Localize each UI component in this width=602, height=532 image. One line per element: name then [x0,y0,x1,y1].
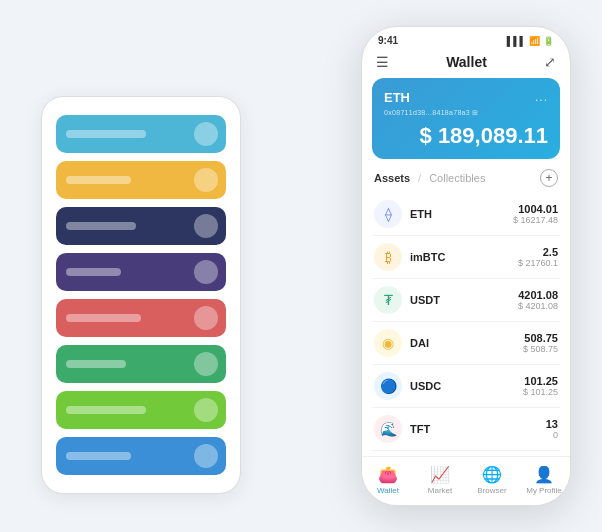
nav-icon-wallet: 👛 [378,465,398,484]
asset-icon-usdt: ₮ [374,286,402,314]
asset-row-eth[interactable]: ⟠ETH1004.01$ 16217.48 [372,193,560,236]
card-dot-1 [194,168,218,192]
asset-values-tft: 130 [546,418,558,440]
asset-row-usdt[interactable]: ₮USDT4201.08$ 4201.08 [372,279,560,322]
asset-icon-usdc: 🔵 [374,372,402,400]
nav-icon-browser: 🌐 [482,465,502,484]
phone-header: ☰ Wallet ⤢ [362,50,570,78]
asset-values-dai: 508.75$ 508.75 [523,332,558,354]
assets-header: Assets / Collectibles + [372,169,560,187]
asset-name-usdc: USDC [410,380,523,392]
asset-values-eth: 1004.01$ 16217.48 [513,203,558,225]
card-dot-7 [194,444,218,468]
asset-usd: $ 21760.1 [518,258,558,268]
card-dot-2 [194,214,218,238]
nav-item-my-profile[interactable]: 👤My Profile [518,465,570,495]
asset-name-tft: TFT [410,423,546,435]
asset-usd: $ 101.25 [523,387,558,397]
asset-list: ⟠ETH1004.01$ 16217.48₿imBTC2.5$ 21760.1₮… [372,193,560,451]
scene: 9:41 ▌▌▌ 📶 🔋 ☰ Wallet ⤢ ETH ... 0x08711d… [21,16,581,516]
bottom-nav: 👛Wallet📈Market🌐Browser👤My Profile [362,456,570,505]
asset-values-usdt: 4201.08$ 4201.08 [518,289,558,311]
card-item-4[interactable] [56,299,226,337]
asset-values-usdc: 101.25$ 101.25 [523,375,558,397]
phone-body: ETH ... 0x08711d38...8418a78a3 ⊞ $ 189,0… [362,78,570,456]
asset-amount: 1004.01 [513,203,558,215]
expand-icon[interactable]: ⤢ [544,54,556,70]
eth-card-address: 0x08711d38...8418a78a3 ⊞ [384,109,548,117]
card-item-0[interactable] [56,115,226,153]
asset-name-imbtc: imBTC [410,251,518,263]
asset-amount: 2.5 [518,246,558,258]
page-title: Wallet [446,54,487,70]
eth-address-copy-icon[interactable]: ⊞ [472,109,478,116]
nav-item-browser[interactable]: 🌐Browser [466,465,518,495]
assets-tabs: Assets / Collectibles [374,172,485,184]
asset-amount: 13 [546,418,558,430]
signal-icon: ▌▌▌ [507,36,526,46]
asset-usd: $ 4201.08 [518,301,558,311]
card-dot-6 [194,398,218,422]
card-line-7 [66,452,131,460]
assets-add-button[interactable]: + [540,169,558,187]
card-line-1 [66,176,131,184]
status-bar: 9:41 ▌▌▌ 📶 🔋 [362,27,570,50]
asset-icon-tft: 🌊 [374,415,402,443]
card-dot-5 [194,352,218,376]
nav-label-wallet: Wallet [377,486,399,495]
asset-icon-imbtc: ₿ [374,243,402,271]
asset-values-imbtc: 2.5$ 21760.1 [518,246,558,268]
card-item-5[interactable] [56,345,226,383]
eth-card-menu[interactable]: ... [535,90,548,104]
asset-icon-dai: ◉ [374,329,402,357]
card-line-2 [66,222,136,230]
nav-icon-market: 📈 [430,465,450,484]
assets-divider: / [418,172,421,184]
card-line-3 [66,268,121,276]
asset-row-imbtc[interactable]: ₿imBTC2.5$ 21760.1 [372,236,560,279]
card-item-3[interactable] [56,253,226,291]
card-item-2[interactable] [56,207,226,245]
nav-label-market: Market [428,486,452,495]
asset-amount: 4201.08 [518,289,558,301]
asset-name-dai: DAI [410,337,523,349]
card-dot-0 [194,122,218,146]
card-item-6[interactable] [56,391,226,429]
wifi-icon: 📶 [529,36,540,46]
card-line-4 [66,314,141,322]
asset-usd: $ 508.75 [523,344,558,354]
menu-icon[interactable]: ☰ [376,54,389,70]
battery-icon: 🔋 [543,36,554,46]
assets-tab-collectibles[interactable]: Collectibles [429,172,485,184]
asset-icon-eth: ⟠ [374,200,402,228]
asset-row-dai[interactable]: ◉DAI508.75$ 508.75 [372,322,560,365]
asset-amount: 508.75 [523,332,558,344]
asset-row-usdc[interactable]: 🔵USDC101.25$ 101.25 [372,365,560,408]
asset-usd: 0 [546,430,558,440]
asset-name-eth: ETH [410,208,513,220]
nav-label-my-profile: My Profile [526,486,562,495]
nav-label-browser: Browser [477,486,506,495]
assets-tab-active[interactable]: Assets [374,172,410,184]
card-line-0 [66,130,146,138]
nav-icon-my-profile: 👤 [534,465,554,484]
eth-card-top: ETH ... [384,90,548,105]
card-dot-3 [194,260,218,284]
asset-name-usdt: USDT [410,294,518,306]
card-line-5 [66,360,126,368]
card-item-7[interactable] [56,437,226,475]
asset-row-tft[interactable]: 🌊TFT130 [372,408,560,451]
nav-item-wallet[interactable]: 👛Wallet [362,465,414,495]
asset-usd: $ 16217.48 [513,215,558,225]
card-item-1[interactable] [56,161,226,199]
status-time: 9:41 [378,35,398,46]
card-stack [41,96,241,494]
card-line-6 [66,406,146,414]
phone-mockup: 9:41 ▌▌▌ 📶 🔋 ☰ Wallet ⤢ ETH ... 0x08711d… [361,26,571,506]
eth-card[interactable]: ETH ... 0x08711d38...8418a78a3 ⊞ $ 189,0… [372,78,560,159]
asset-amount: 101.25 [523,375,558,387]
nav-item-market[interactable]: 📈Market [414,465,466,495]
eth-card-label: ETH [384,90,410,105]
card-dot-4 [194,306,218,330]
status-icons: ▌▌▌ 📶 🔋 [507,36,554,46]
